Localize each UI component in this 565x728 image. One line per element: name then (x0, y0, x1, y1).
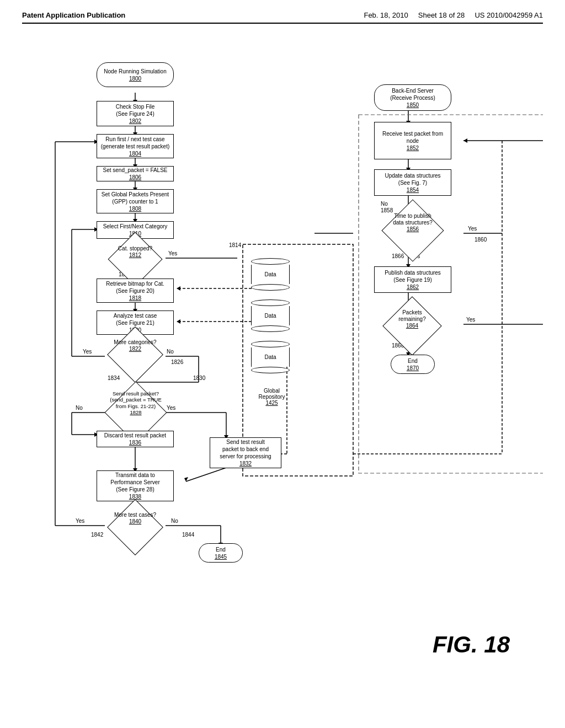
svg-text:1830: 1830 (193, 375, 206, 381)
svg-text:1814: 1814 (229, 242, 242, 248)
patent-number: US 2010/0042959 A1 (475, 11, 543, 19)
svg-text:No: No (171, 518, 178, 524)
diagram-area: Yes 1814 No 1816 No 1826 Yes (22, 29, 543, 702)
node-1804-label: Run first / next test case(generate test… (101, 136, 170, 157)
node-1806-label: Set send_packet = FALSE1806 (103, 167, 167, 181)
node-1845-label: End1845 (215, 546, 227, 560)
header-left: Patent Application Publication (22, 11, 125, 19)
node-1856: Time to publishdata structures?1856 (380, 213, 446, 249)
node-1852: Receive test packet fromnode1852 (374, 122, 451, 159)
svg-text:No: No (381, 201, 388, 207)
node-1852-label: Receive test packet fromnode1852 (382, 130, 443, 152)
node-1840: More test cases?1840 (105, 512, 166, 542)
node-1804: Run first / next test case(generate test… (97, 134, 174, 158)
node-1870: End1870 (391, 355, 435, 374)
header: Patent Application Publication Feb. 18, … (22, 11, 543, 24)
svg-text:1842: 1842 (91, 532, 104, 538)
node-1802-label: Check Stop File(See Figure 24)1802 (116, 103, 155, 125)
node-1800: Node Running Simulation1800 (97, 62, 174, 87)
svg-text:No: No (76, 405, 83, 411)
svg-text:1834: 1834 (108, 375, 120, 381)
node-1850-label: Back-End Server(Receive Process)1850 (390, 87, 435, 109)
data-cylinder-2: Data (251, 299, 290, 332)
svg-text:1844: 1844 (182, 532, 195, 538)
node-1818: Retrieve bitmap for Cat.(See Figure 20)1… (97, 279, 174, 303)
node-1806: Set send_packet = FALSE1806 (97, 166, 174, 181)
svg-line-48 (186, 468, 226, 481)
svg-text:Yes: Yes (167, 405, 175, 411)
node-1818-label: Retrieve bitmap for Cat.(See Figure 20)1… (106, 280, 164, 302)
svg-text:1866: 1866 (392, 253, 404, 259)
node-1832-label: Send test resultpacket to back endserver… (220, 438, 271, 467)
node-1864: Packetsremaining?1864 (382, 309, 443, 342)
svg-text:Yes: Yes (466, 317, 475, 323)
svg-rect-103 (359, 115, 543, 473)
node-1836: Discard test result packet1836 (97, 431, 174, 447)
node-1870-label: End1870 (407, 357, 419, 372)
repo-label: GlobalRepository1425 (254, 388, 290, 406)
node-1822: More categories?1822 (105, 339, 166, 370)
node-1832: Send test resultpacket to back endserver… (210, 437, 281, 468)
node-1862: Publish data structures(See Figure 19)18… (374, 266, 451, 293)
fig-label: FIG. 18 (433, 631, 510, 658)
node-1862-label: Publish data structures(See Figure 19)18… (385, 269, 441, 291)
publication-label: Patent Application Publication (22, 11, 125, 19)
node-1854: Update data structures(See Fig. 7)1854 (374, 169, 451, 196)
page: Patent Application Publication Feb. 18, … (0, 0, 565, 728)
node-1808: Set Global Packets Present(GPP) counter … (97, 189, 174, 213)
node-1838: Transmit data toPerformance Server(See F… (97, 470, 174, 501)
node-1845: End1845 (199, 543, 243, 563)
data-cylinder-3: Data (251, 341, 290, 373)
fig-label-text: FIG. 18 (433, 631, 510, 657)
svg-text:Yes: Yes (83, 349, 92, 355)
data-cylinder-1: Data (251, 258, 290, 291)
svg-text:No: No (167, 349, 174, 355)
sheet-info: Sheet 18 of 28 (418, 11, 465, 19)
node-1836-label: Discard test result packet1836 (104, 432, 166, 446)
node-1850: Back-End Server(Receive Process)1850 (374, 84, 451, 111)
svg-marker-91 (177, 286, 180, 291)
header-right: Feb. 18, 2010 Sheet 18 of 28 US 2010/004… (364, 11, 543, 19)
pub-date: Feb. 18, 2010 (364, 11, 408, 19)
node-1854-label: Update data structures(See Fig. 7)1854 (385, 172, 440, 194)
node-1828: Send result packet?(send_packet = TRUEfr… (104, 390, 168, 432)
svg-text:1860: 1860 (475, 237, 487, 243)
svg-text:Yes: Yes (168, 250, 177, 256)
svg-text:1826: 1826 (171, 359, 184, 365)
node-1838-label: Transmit data toPerformance Server(See F… (110, 472, 159, 500)
node-1808-label: Set Global Packets Present(GPP) counter … (102, 191, 169, 212)
svg-marker-88 (463, 138, 467, 143)
svg-marker-49 (184, 477, 188, 481)
node-1802: Check Stop File(See Figure 24)1802 (97, 101, 174, 126)
node-1812: Cat. stopped?1812 (105, 245, 166, 273)
svg-text:Yes: Yes (468, 226, 477, 232)
svg-text:Yes: Yes (76, 518, 84, 524)
svg-marker-93 (177, 319, 180, 324)
node-1800-label: Node Running Simulation1800 (104, 68, 166, 82)
